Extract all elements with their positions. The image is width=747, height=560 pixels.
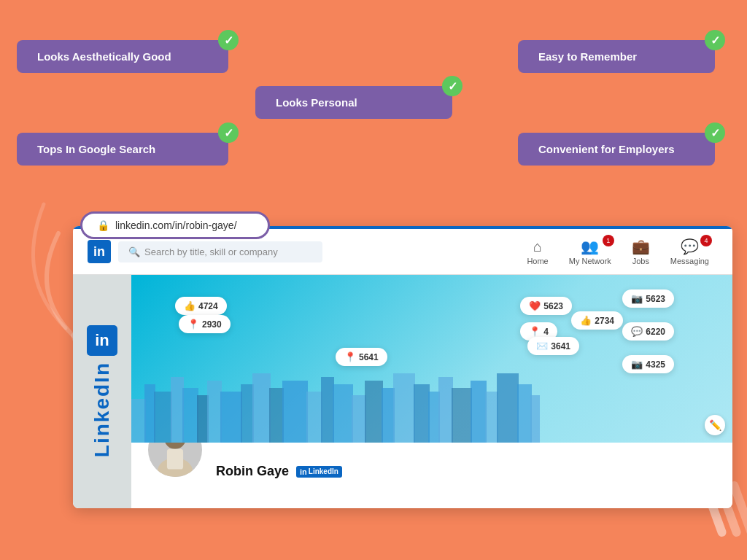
stat-bubble-2: 📍 2930 [179,315,231,333]
home-icon: ⌂ [533,238,542,255]
nav-home-label: Home [527,257,548,265]
camera-icon-2: 📷 [631,359,643,370]
svg-rect-23 [471,381,487,443]
lock-icon: 🔒 [97,219,109,231]
svg-rect-15 [352,395,366,443]
url-bar[interactable]: 🔒 linkedin.com/in/robin-gaye/ [80,211,270,239]
search-bar[interactable]: 🔍 Search by title, skill or company [118,241,322,262]
jobs-icon: 💼 [632,238,650,255]
linkedin-logo: in [88,240,111,263]
svg-rect-4 [182,388,198,443]
linkedin-brand-badge: in LinkedIn [296,466,342,478]
svg-rect-14 [333,384,353,443]
camera-icon: 📷 [631,293,643,304]
stat-bubble-4: 👍 2734 [571,311,623,330]
svg-rect-25 [497,373,519,443]
stat-bubble-8: 📍 5641 [336,348,387,366]
svg-rect-8 [241,384,254,443]
edit-pencil[interactable]: ✏️ [705,415,725,435]
svg-rect-16 [365,381,383,443]
svg-rect-26 [517,384,532,443]
svg-rect-7 [220,392,242,443]
nav-messaging[interactable]: 💬 4 Messaging [662,235,718,268]
stat-bubble-1: 👍 4724 [175,297,227,315]
badge-easy: Easy to Remember ✓ [518,40,715,73]
nav-jobs[interactable]: 💼 Jobs [623,235,659,268]
badge-easy-label: Easy to Remember [538,50,637,63]
check-icon-easy: ✓ [705,30,725,50]
svg-rect-1 [144,384,155,443]
svg-rect-17 [382,388,395,443]
pin-icon-1: 📍 [187,319,199,330]
nav-messaging-label: Messaging [670,257,709,265]
stat-value-5: 4 [543,327,549,337]
badge-google: Tops In Google Search ✓ [17,133,228,166]
svg-rect-9 [252,373,271,443]
badge-personal-label: Looks Personal [276,96,357,109]
stat-value-3: 5623 [543,301,563,311]
stat-bubble-7: 💬 6220 [622,322,674,341]
profile-main: 👍 4724 📍 2930 ❤️ 5623 👍 2734 [131,275,732,508]
url-bar-wrapper: 🔒 linkedin.com/in/robin-gaye/ [73,211,732,239]
stat-value-6: 5623 [646,294,665,304]
messaging-icon: 💬 [681,238,699,255]
stat-value-7: 6220 [646,327,665,337]
svg-rect-22 [452,388,472,443]
nav-network[interactable]: 👥 1 My Network [560,235,620,268]
li-branding: in LinkedIn [87,325,117,457]
stat-value-1: 4724 [198,301,218,311]
stat-value-4: 2734 [595,316,614,326]
cover-image: 👍 4724 📍 2930 ❤️ 5623 👍 2734 [131,275,732,443]
profile-info: Robin Gaye in LinkedIn [216,464,342,479]
stat-value-8: 5641 [359,352,379,362]
svg-rect-3 [171,377,184,443]
badge-employer-label: Convenient for Employers [538,143,675,155]
badge-aesthetics-label: Looks Aesthetically Good [37,50,171,63]
check-icon-personal: ✓ [442,76,462,96]
svg-rect-2 [154,392,172,443]
profile-area: in LinkedIn [73,275,732,508]
svg-rect-21 [438,377,453,443]
stat-bubble-6: 📷 5623 [622,289,674,308]
svg-rect-11 [282,381,308,443]
stat-bubble-9: ✉️ 3641 [527,337,579,355]
email-icon: ✉️ [536,341,548,351]
profile-name: Robin Gaye [216,464,289,479]
svg-rect-18 [393,373,415,443]
li-in-icon: in [87,325,117,356]
pin-icon-2: 📍 [529,326,541,337]
left-sidebar: in LinkedIn [73,275,131,508]
search-icon: 🔍 [128,246,140,257]
stat-bubble-10: 📷 4325 [622,355,674,373]
nav-home[interactable]: ⌂ Home [518,236,557,268]
svg-rect-13 [321,377,334,443]
badge-employer: Convenient for Employers ✓ [518,133,715,166]
browser-area: 🔒 linkedin.com/in/robin-gaye/ in 🔍 Searc… [73,211,732,508]
check-icon-employer: ✓ [705,122,725,143]
svg-rect-19 [414,384,430,443]
thumbs-up-icon-1: 👍 [184,300,196,311]
heart-icon: ❤️ [529,300,541,311]
nav-network-label: My Network [569,257,611,265]
check-icon-aesthetics: ✓ [218,30,239,50]
badge-aesthetics: Looks Aesthetically Good ✓ [17,40,228,73]
network-icon: 👥 [581,238,599,255]
stat-value-2: 2930 [202,319,222,330]
stat-value-10: 4325 [646,359,665,370]
chat-icon: 💬 [631,326,643,337]
svg-rect-20 [428,392,440,443]
profile-bottom: Robin Gaye in LinkedIn [131,443,732,490]
badge-google-label: Tops In Google Search [37,143,155,155]
nav-icons: ⌂ Home 👥 1 My Network 💼 Jobs 💬 4 Messagi… [518,235,718,268]
stat-bubble-3: ❤️ 5623 [520,297,572,315]
svg-rect-10 [269,388,284,443]
svg-rect-30 [167,449,183,470]
search-placeholder: Search by title, skill or company [144,246,278,257]
svg-rect-27 [530,395,540,443]
svg-rect-5 [197,395,209,443]
thumbs-up-icon-2: 👍 [580,315,592,326]
li-linkedin-text: LinkedIn [90,362,114,457]
svg-rect-6 [207,381,222,443]
svg-rect-24 [485,392,498,443]
stat-value-9: 3641 [551,341,570,351]
